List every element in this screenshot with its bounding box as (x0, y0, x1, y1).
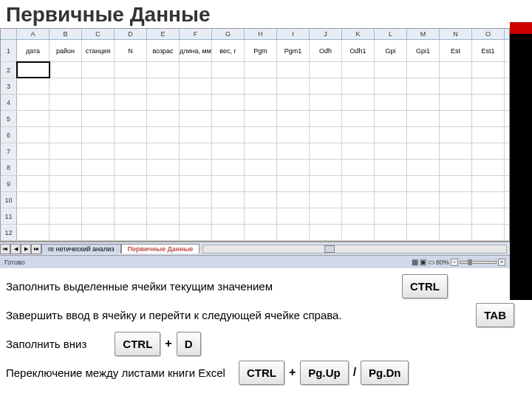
cell[interactable] (310, 208, 342, 224)
zoom-in-button[interactable]: + (498, 259, 505, 266)
cell[interactable]: Odh (310, 40, 342, 61)
cell[interactable] (212, 176, 245, 191)
cell[interactable] (440, 111, 472, 126)
tab-nav-button-0[interactable]: ⏮ (0, 244, 10, 254)
cell[interactable] (82, 111, 115, 126)
cell[interactable] (375, 62, 407, 78)
cell[interactable] (115, 225, 147, 240)
cell[interactable] (50, 192, 82, 208)
cell[interactable] (407, 160, 440, 175)
cell[interactable] (277, 143, 310, 159)
scroll-thumb[interactable] (324, 245, 335, 253)
cell[interactable] (17, 78, 50, 94)
cell[interactable] (310, 192, 342, 208)
tab-nav-button-3[interactable]: ⏭ (31, 244, 41, 254)
cell[interactable] (407, 208, 440, 224)
cell[interactable] (115, 143, 147, 159)
cell[interactable]: Gpi1 (407, 40, 440, 61)
cell[interactable] (50, 176, 82, 191)
cell[interactable] (17, 176, 50, 191)
cell[interactable] (342, 176, 375, 191)
zoom-out-button[interactable]: − (451, 259, 458, 266)
selected-cell[interactable] (17, 62, 50, 78)
cell[interactable] (212, 160, 245, 175)
cell[interactable] (180, 225, 212, 240)
cell[interactable] (375, 143, 407, 159)
cell[interactable] (50, 111, 82, 126)
cell[interactable] (147, 111, 180, 126)
row-header-2[interactable]: 2 (1, 62, 17, 78)
horizontal-scrollbar[interactable] (200, 245, 510, 253)
cell[interactable] (245, 225, 277, 240)
cell[interactable] (342, 127, 375, 143)
row-header-10[interactable]: 10 (1, 192, 17, 208)
cell[interactable] (472, 95, 505, 110)
cell[interactable] (342, 95, 375, 110)
cell[interactable] (310, 127, 342, 143)
cell[interactable]: Est (440, 40, 472, 61)
cell[interactable] (245, 95, 277, 110)
cell[interactable] (115, 111, 147, 126)
cell[interactable] (310, 111, 342, 126)
zoom-slider[interactable] (460, 261, 497, 264)
cell[interactable] (147, 95, 180, 110)
row-header-9[interactable]: 9 (1, 176, 17, 191)
cell[interactable] (212, 127, 245, 143)
cell[interactable] (82, 143, 115, 159)
column-header-o[interactable]: O (472, 29, 505, 39)
row-header-1[interactable]: 1 (1, 40, 17, 61)
view-mode-icon-1[interactable]: ▣ (420, 258, 426, 266)
row-header-11[interactable]: 11 (1, 208, 17, 224)
column-header-l[interactable]: L (375, 29, 407, 39)
cell[interactable] (375, 160, 407, 175)
cell[interactable] (342, 208, 375, 224)
cell[interactable] (50, 127, 82, 143)
cell[interactable] (212, 111, 245, 126)
cell[interactable] (115, 78, 147, 94)
cell[interactable] (147, 78, 180, 94)
cell[interactable] (212, 208, 245, 224)
cell[interactable] (212, 95, 245, 110)
cell[interactable]: Est1 (472, 40, 505, 61)
cell[interactable] (50, 160, 82, 175)
cell[interactable] (440, 208, 472, 224)
cell[interactable] (440, 160, 472, 175)
cell[interactable] (115, 127, 147, 143)
cell[interactable] (82, 176, 115, 191)
cell[interactable] (212, 225, 245, 240)
cell[interactable] (407, 225, 440, 240)
cell[interactable]: вес, г (212, 40, 245, 61)
cell[interactable] (342, 78, 375, 94)
cell[interactable] (82, 127, 115, 143)
column-header-n[interactable]: N (440, 29, 472, 39)
cell[interactable] (407, 143, 440, 159)
cell[interactable] (277, 225, 310, 240)
cell[interactable] (407, 62, 440, 78)
cell[interactable] (472, 62, 505, 78)
cell[interactable]: дата (17, 40, 50, 61)
cell[interactable] (82, 95, 115, 110)
cell[interactable]: Pgm (245, 40, 277, 61)
cell[interactable] (407, 95, 440, 110)
cell[interactable] (82, 62, 115, 78)
cell[interactable]: Pgm1 (277, 40, 310, 61)
cell[interactable] (245, 143, 277, 159)
cell[interactable] (375, 192, 407, 208)
cell[interactable] (375, 176, 407, 191)
cell[interactable] (115, 95, 147, 110)
cell[interactable] (115, 208, 147, 224)
cell[interactable] (115, 62, 147, 78)
cell[interactable] (472, 192, 505, 208)
cell[interactable] (472, 208, 505, 224)
cell[interactable] (277, 78, 310, 94)
column-header-c[interactable]: C (82, 29, 115, 39)
cell[interactable] (50, 95, 82, 110)
cell[interactable] (50, 225, 82, 240)
row-header-5[interactable]: 5 (1, 111, 17, 126)
cell[interactable] (212, 78, 245, 94)
cell[interactable] (180, 176, 212, 191)
cell[interactable] (310, 95, 342, 110)
cell[interactable] (440, 127, 472, 143)
cell[interactable] (17, 95, 50, 110)
sheet-tab[interactable]: Первичные Данные (121, 244, 200, 253)
